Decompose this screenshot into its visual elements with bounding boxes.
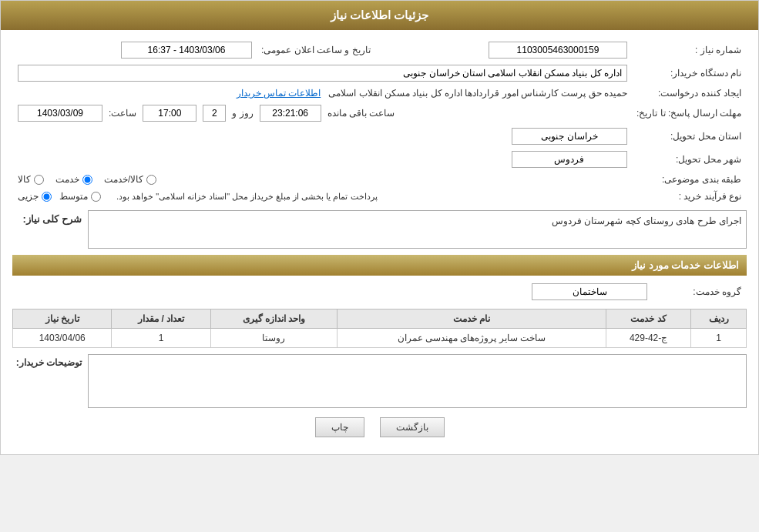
col-kod: کد خدمت [606, 309, 691, 329]
tabaqe-kalaKhadamat-item: کالا/خدمت [104, 174, 156, 185]
ijad-text: حمیده حق پرست کارشناس امور قراردادها ادا… [328, 88, 627, 99]
noeFarayand-jozi-radio[interactable] [42, 192, 52, 202]
sharhKoli-value: اجرای طرح هادی روستای کچه شهرستان فردوس [552, 216, 741, 226]
shahr-value [14, 149, 631, 170]
namDastgah-input[interactable] [18, 65, 627, 82]
mohlat-countdown-input[interactable] [260, 105, 321, 122]
shahr-input[interactable] [512, 151, 627, 168]
table-row: 1 ج-42-429 ساخت سایر پروژه‌های مهندسی عم… [13, 329, 747, 348]
mohlat-saat-input[interactable] [143, 105, 196, 122]
tabaqe-khadamat-radio[interactable] [82, 175, 92, 185]
service-table-body: 1 ج-42-429 ساخت سایر پروژه‌های مهندسی عم… [13, 329, 747, 348]
col-radif: ردیف [691, 309, 747, 329]
noeFarayand-mota-label: متوسط [59, 191, 88, 202]
tabaqe-kalaKhadamat-label: کالا/خدمت [104, 174, 143, 185]
noeFarayand-note: پرداخت تمام یا بخشی از مبلغ خریداز محل "… [116, 192, 378, 202]
noeFarayand-label: نوع فرآیند خرید : [633, 189, 745, 204]
sharhKoli-box: اجرای طرح هادی روستای کچه شهرستان فردوس [88, 210, 747, 249]
tabaqe-kala-item: کالا [18, 174, 44, 185]
namDastgah-label: نام دستگاه خریدار: [633, 62, 745, 84]
groheKhadamat-value [14, 281, 651, 303]
page-title: جزئیات اطلاعات نیاز [331, 8, 428, 22]
col-tarikh: تاریخ نیاز [13, 309, 112, 329]
ostan-label: استان محل تحویل: [633, 125, 745, 147]
mohlat-countdownLabel: ساعت باقی مانده [327, 108, 395, 119]
cell-namKhadamat: ساخت سایر پروژه‌های مهندسی عمران [338, 329, 606, 348]
groheKhadamat-label: گروه خدمت: [653, 281, 745, 303]
noeFarayand-jozi-item: جزیی [18, 191, 52, 202]
mohlat-roz-input[interactable] [203, 105, 226, 122]
page-wrapper: جزئیات اطلاعات نیاز شماره نیاز : تاریخ و… [0, 0, 759, 455]
mohlat-label: مهلت ارسال پاسخ: تا تاریخ: [633, 102, 745, 124]
ijad-value: حمیده حق پرست کارشناس امور قراردادها ادا… [14, 85, 631, 101]
shahr-label: شهر محل تحویل: [633, 149, 745, 170]
tabaqe-kala-label: کالا [18, 174, 31, 185]
cell-radif: 1 [691, 329, 747, 348]
mohlat-row: ساعت: روز و ساعت باقی مانده [14, 102, 631, 124]
shomareNiaz-label: شماره نیاز : [633, 39, 745, 61]
col-namKhadamat: نام خدمت [338, 309, 606, 329]
tabaqe-kala-radio[interactable] [34, 175, 44, 185]
cell-vahed: روستا [210, 329, 337, 348]
khadamat-section-title: اطلاعات خدمات مورد نیاز [12, 255, 747, 276]
ostan-value [14, 125, 631, 147]
tarikh-input[interactable] [121, 42, 252, 59]
shomareNiaz-input[interactable] [489, 42, 627, 59]
tabaqe-khadamat-item: خدمت [55, 174, 92, 185]
mohlat-rozLabel: روز و [232, 108, 253, 119]
tosihBuyer-label: توضیحات خریدار: [12, 354, 82, 368]
noeFarayand-mota-radio[interactable] [91, 192, 101, 202]
tarikh-label: تاریخ و ساعت اعلان عمومی: [257, 39, 374, 61]
shomareNiaz-value [376, 39, 631, 61]
tosihBuyer-textarea[interactable] [88, 354, 747, 408]
info-section: شماره نیاز : تاریخ و ساعت اعلان عمومی: ن… [12, 38, 747, 206]
cell-kod: ج-42-429 [606, 329, 691, 348]
cell-tarikh: 1403/04/06 [13, 329, 112, 348]
sharhKoli-label: شرح کلی نیاز: [12, 210, 82, 225]
tarikh-value [14, 39, 256, 61]
noeFarayand-jozi-label: جزیی [18, 191, 39, 202]
back-button[interactable]: بازگشت [380, 417, 445, 437]
noeFarayand-value: جزیی متوسط پرداخت تمام یا بخشی از مبلغ خ… [14, 189, 631, 204]
sharhKoli-section: شرح کلی نیاز: اجرای طرح هادی روستای کچه … [12, 210, 747, 249]
tabaqe-options: کالا خدمت کالا/خدمت [14, 172, 631, 187]
mohlat-saatLabel: ساعت: [109, 108, 136, 119]
col-tedad: تعداد / مقدار [112, 309, 210, 329]
tosihBuyer-section: توضیحات خریدار: [12, 354, 747, 408]
tabaqe-kalaKhadamat-radio[interactable] [146, 175, 156, 185]
groheKhadamat-input[interactable] [532, 283, 647, 300]
noeFarayand-mota-item: متوسط [59, 191, 101, 202]
tabaqe-label: طبقه بندی موضوعی: [633, 172, 745, 187]
namDastgah-value [14, 62, 631, 84]
page-header: جزئیات اطلاعات نیاز [1, 1, 758, 30]
ijad-label: ایجاد کننده درخواست: [633, 85, 745, 101]
cell-tedad: 1 [112, 329, 210, 348]
buttons-row: چاپ بازگشت [12, 408, 747, 447]
tabaqe-khadamat-label: خدمت [55, 174, 79, 185]
service-table: ردیف کد خدمت نام خدمت واحد اندازه گیری ت… [12, 309, 747, 348]
ostan-input[interactable] [512, 128, 627, 145]
print-button[interactable]: چاپ [315, 417, 364, 437]
col-vahed: واحد اندازه گیری [210, 309, 337, 329]
ijad-link[interactable]: اطلاعات تماس خریدار [237, 88, 321, 99]
content-area: شماره نیاز : تاریخ و ساعت اعلان عمومی: ن… [1, 30, 758, 454]
mohlat-date-input[interactable] [18, 105, 102, 122]
groheKhadamat-table: گروه خدمت: [12, 279, 747, 304]
